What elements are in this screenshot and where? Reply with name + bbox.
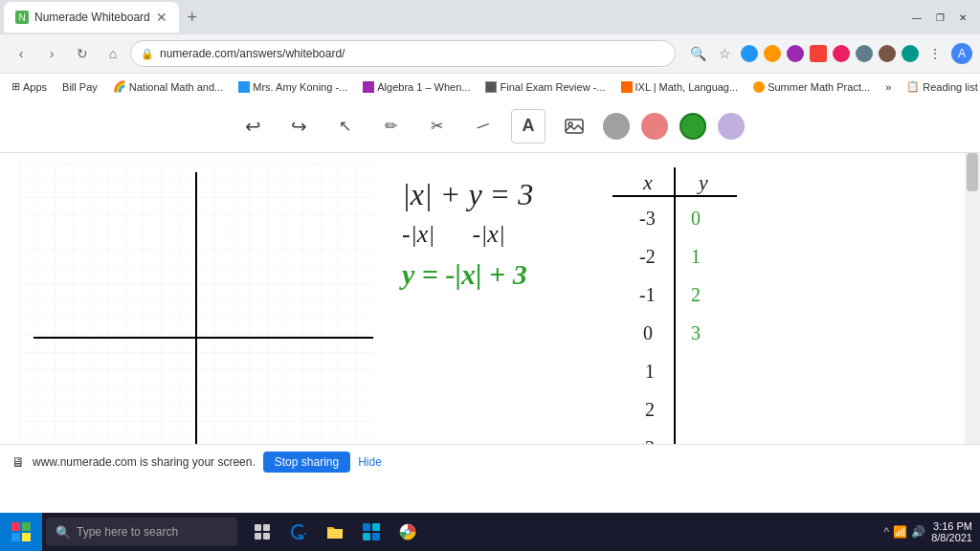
share-monitor-icon: 🖥 — [11, 454, 25, 470]
back-button[interactable]: ‹ — [8, 40, 34, 67]
bookmark-readinglist-label: Reading list — [923, 81, 977, 93]
chevron-up-icon[interactable]: ^ — [884, 525, 890, 539]
bookmark-apps[interactable]: ⊞ Apps — [8, 80, 51, 93]
svg-text:-1: -1 — [639, 284, 656, 305]
svg-text:0: 0 — [643, 322, 653, 343]
store-icon[interactable] — [354, 513, 389, 551]
svg-rect-22 — [11, 533, 20, 541]
window-controls: — ❐ ✕ — [907, 8, 980, 27]
color-lavender[interactable] — [718, 113, 745, 140]
ext6-icon[interactable] — [856, 45, 873, 62]
ext5-icon[interactable] — [833, 45, 850, 62]
edge-browser-icon[interactable] — [281, 513, 316, 551]
bookmark-algebra-label: Algebra 1 – When... — [377, 81, 470, 93]
svg-text:3: 3 — [645, 437, 655, 444]
maximize-button[interactable]: ❐ — [930, 8, 949, 27]
bookmark-natmath-label: National Math and... — [129, 81, 223, 93]
minimize-button[interactable]: — — [907, 8, 926, 27]
svg-rect-30 — [363, 533, 370, 540]
bookmark-summermath[interactable]: Summer Math Pract... — [749, 81, 874, 93]
svg-rect-25 — [263, 524, 270, 531]
pen-tool-button[interactable]: / — [458, 101, 507, 150]
volume-icon[interactable]: 🔊 — [911, 525, 925, 539]
more-icon[interactable]: ⋮ — [924, 43, 946, 64]
search-icon[interactable]: 🔍 — [687, 43, 708, 64]
nav-icons: 🔍 ☆ ⋮ A — [687, 43, 972, 64]
refresh-button[interactable]: ↻ — [69, 40, 96, 67]
scrollbar-thumb[interactable] — [967, 153, 978, 191]
profile-icon[interactable]: A — [951, 43, 972, 64]
redo-button[interactable]: ↪ — [281, 109, 316, 143]
color-green[interactable] — [679, 113, 706, 140]
color-pink[interactable] — [641, 113, 668, 140]
star-icon[interactable]: ☆ — [714, 43, 735, 64]
ext7-icon[interactable] — [879, 45, 896, 62]
readinglist-icon: 📋 — [906, 80, 920, 93]
draw-tool-button[interactable]: ✏ — [373, 109, 408, 143]
file-explorer-icon[interactable] — [318, 513, 352, 551]
new-tab-button[interactable]: + — [179, 4, 206, 31]
bookmark-mrsamy[interactable]: Mrs. Amy Koning -... — [234, 81, 351, 93]
equation-line3: y = -|x| + 3 — [402, 258, 527, 291]
image-tool-button[interactable] — [557, 109, 591, 143]
whiteboard-toolbar: ↩ ↪ ↖ ✏ ✂ / A — [0, 99, 980, 153]
svg-text:2: 2 — [645, 399, 655, 420]
bookmark-apps-label: Apps — [23, 81, 47, 93]
screen-share-bar: 🖥 www.numerade.com is sharing your scree… — [0, 444, 980, 478]
task-view-button[interactable] — [245, 513, 279, 551]
bookmark-natmath[interactable]: 🌈 National Math and... — [109, 80, 227, 93]
hide-button[interactable]: Hide — [358, 455, 382, 469]
ext8-icon[interactable] — [902, 45, 919, 62]
bookmark-mrsamy-label: Mrs. Amy Koning -... — [253, 81, 347, 93]
undo-button[interactable]: ↩ — [235, 109, 270, 143]
scrollbar[interactable] — [965, 153, 980, 478]
tab-favicon: N — [15, 11, 29, 24]
bookmark-more[interactable]: » — [881, 81, 895, 93]
tools-button[interactable]: ✂ — [419, 109, 454, 143]
taskbar-right: ^ 📶 🔊 3:16 PM 8/8/2021 — [884, 520, 980, 543]
bookmark-more-label: » — [885, 81, 891, 93]
date-display: 8/8/2021 — [931, 532, 972, 543]
address-bar[interactable]: 🔒 numerade.com/answers/whiteboard/ — [130, 40, 676, 67]
svg-rect-31 — [372, 533, 380, 540]
svg-rect-27 — [263, 533, 270, 540]
taskbar: 🔍 Type here to search — [0, 513, 980, 551]
chrome-icon[interactable] — [390, 513, 425, 551]
whiteboard-canvas[interactable]: |x| + y = 3 -|x| -|x| y = -|x| + 3 — [0, 153, 965, 444]
active-tab[interactable]: N Numerade Whiteboard ✕ — [4, 2, 179, 33]
color-gray[interactable] — [603, 113, 630, 140]
bookmark-summermath-label: Summer Math Pract... — [768, 81, 870, 93]
svg-rect-24 — [255, 524, 261, 531]
nav-bar: ‹ › ↻ ⌂ 🔒 numerade.com/answers/whiteboar… — [0, 34, 980, 73]
main-content: ↩ ↪ ↖ ✏ ✂ / A — [0, 99, 980, 478]
svg-text:1: 1 — [645, 361, 655, 382]
bookmark-billpay[interactable]: Bill Pay — [58, 81, 101, 93]
bookmark-ixl[interactable]: IXL | Math, Languag... — [617, 81, 743, 93]
ext2-icon[interactable] — [764, 45, 781, 62]
tab-title: Numerade Whiteboard — [34, 11, 150, 24]
bookmark-finalexam[interactable]: Final Exam Review -... — [481, 81, 609, 93]
text-tool-button[interactable]: A — [511, 109, 546, 143]
tab-close-button[interactable]: ✕ — [156, 10, 167, 25]
equation-line1: |x| + y = 3 — [402, 177, 533, 212]
taskbar-search[interactable]: 🔍 Type here to search — [46, 518, 237, 546]
select-tool-button[interactable]: ↖ — [327, 109, 362, 143]
bookmark-readinglist[interactable]: 📋 Reading list — [902, 80, 980, 93]
forward-button[interactable]: › — [38, 40, 65, 67]
svg-text:-3: -3 — [639, 208, 656, 229]
bookmark-algebra[interactable]: Algebra 1 – When... — [359, 81, 474, 93]
close-button[interactable]: ✕ — [953, 8, 972, 27]
network-icon[interactable]: 📶 — [893, 525, 907, 539]
svg-rect-26 — [255, 533, 261, 540]
svg-rect-20 — [11, 522, 20, 531]
bookmark-billpay-label: Bill Pay — [62, 81, 98, 93]
ext3-icon[interactable] — [787, 45, 804, 62]
stop-sharing-button[interactable]: Stop sharing — [263, 452, 350, 473]
home-button[interactable]: ⌂ — [100, 40, 126, 67]
taskbar-clock[interactable]: 3:16 PM 8/8/2021 — [931, 520, 972, 543]
screen-share-message: www.numerade.com is sharing your screen. — [33, 455, 256, 469]
ext4-icon[interactable] — [810, 45, 827, 62]
start-button[interactable] — [0, 513, 42, 551]
ext1-icon[interactable] — [741, 45, 758, 62]
svg-rect-29 — [372, 523, 380, 531]
